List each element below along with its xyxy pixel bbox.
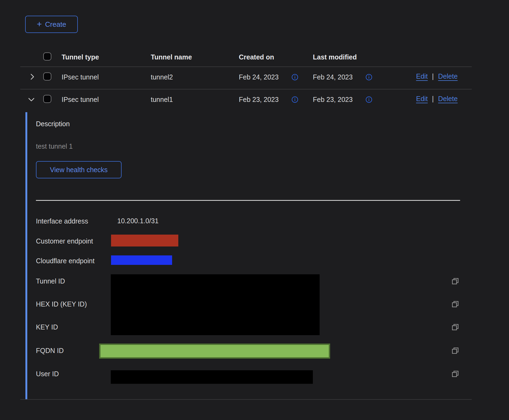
header-divider	[20, 66, 472, 67]
row-checkbox[interactable]	[43, 72, 51, 81]
select-all-checkbox[interactable]	[43, 52, 51, 61]
actions-separator: |	[432, 95, 434, 103]
create-button[interactable]: + Create	[25, 16, 78, 33]
user-id-redacted-value	[111, 370, 313, 384]
tunnel-name-cell: tunnel2	[151, 73, 173, 81]
tunnel-name-cell: tunnel1	[151, 95, 173, 104]
row-actions: Edit | Delete	[416, 72, 458, 80]
user-id-label: User ID	[36, 370, 59, 378]
fqdn-id-label: FQDN ID	[36, 346, 64, 355]
customer-endpoint-label: Customer endpoint	[36, 237, 93, 245]
last-modified-cell: Feb 23, 2023	[313, 95, 353, 104]
chevron-down-icon[interactable]	[27, 95, 36, 104]
column-header-last-modified: Last modified	[313, 53, 357, 61]
delete-link[interactable]: Delete	[438, 95, 458, 103]
fqdn-id-redacted-value	[99, 344, 330, 359]
row-actions: Edit | Delete	[416, 95, 458, 103]
copy-icon[interactable]	[451, 369, 460, 378]
hex-id-label: HEX ID (KEY ID)	[36, 300, 87, 308]
column-header-tunnel-name: Tunnel name	[151, 53, 192, 61]
key-id-label: KEY ID	[36, 323, 58, 331]
view-health-checks-button[interactable]: View health checks	[36, 161, 122, 178]
interface-address-value: 10.200.1.0/31	[117, 217, 159, 225]
info-circle-icon[interactable]	[365, 96, 373, 103]
chevron-right-icon[interactable]	[28, 72, 36, 81]
description-text: test tunnel 1	[36, 142, 73, 150]
copy-icon[interactable]	[451, 299, 460, 309]
expanded-row-accent-bar	[25, 112, 27, 399]
tunnels-page: + Create Tunnel type Tunnel name Created…	[0, 0, 509, 420]
plus-icon: +	[37, 20, 42, 28]
column-header-tunnel-type: Tunnel type	[62, 53, 99, 61]
info-circle-icon[interactable]	[365, 74, 373, 81]
copy-icon[interactable]	[451, 276, 460, 286]
customer-endpoint-redacted-value	[111, 235, 178, 246]
created-on-cell: Feb 23, 2023	[239, 95, 279, 104]
column-header-created-on: Created on	[239, 53, 274, 61]
cloudflare-endpoint-redacted-value	[111, 255, 172, 265]
tunnel-type-cell: IPsec tunnel	[62, 95, 99, 104]
row-divider	[20, 89, 472, 89]
tunnel-id-label: Tunnel ID	[36, 277, 65, 285]
tunnel-type-cell: IPsec tunnel	[62, 73, 99, 81]
interface-address-label: Interface address	[36, 217, 88, 225]
copy-icon[interactable]	[451, 346, 460, 355]
copy-icon[interactable]	[451, 322, 460, 332]
actions-separator: |	[432, 72, 434, 80]
created-on-cell: Feb 24, 2023	[239, 73, 279, 81]
edit-link[interactable]: Edit	[416, 72, 428, 80]
expanded-row-bottom-divider	[20, 399, 472, 400]
row-checkbox[interactable]	[43, 95, 51, 103]
edit-link[interactable]: Edit	[416, 95, 428, 103]
info-circle-icon[interactable]	[291, 74, 299, 81]
ids-redacted-value	[111, 274, 320, 335]
cloudflare-endpoint-label: Cloudflare endpoint	[36, 257, 95, 265]
section-divider	[36, 200, 460, 201]
create-button-label: Create	[45, 20, 66, 29]
delete-link[interactable]: Delete	[438, 72, 458, 80]
description-label: Description	[36, 120, 70, 128]
info-circle-icon[interactable]	[291, 96, 299, 103]
last-modified-cell: Feb 24, 2023	[313, 73, 353, 81]
